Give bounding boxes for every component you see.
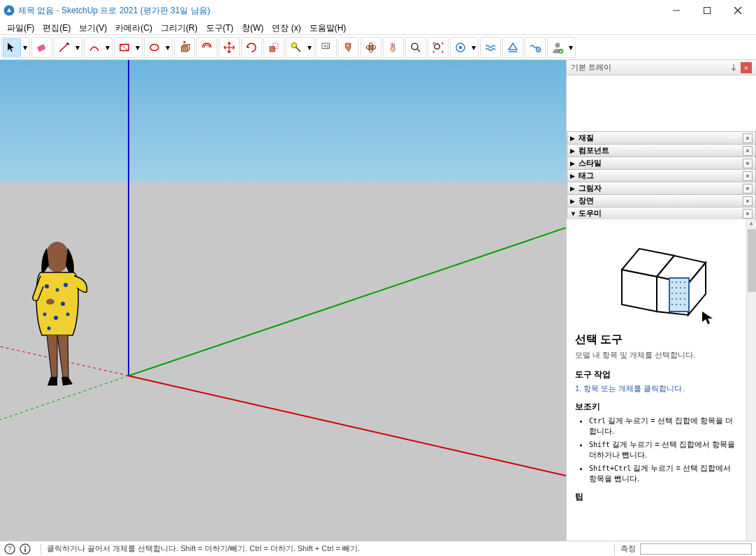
panel-materials-close[interactable]: × (743, 133, 753, 143)
tool-tape[interactable] (287, 38, 305, 57)
menu-help[interactable]: 도움말(H) (305, 21, 351, 34)
panel-components[interactable]: ▶컴포넌트× (567, 144, 756, 157)
tool-line-dropdown[interactable]: ▾ (74, 38, 81, 57)
svg-point-54 (680, 293, 681, 294)
tool-pushpull[interactable] (175, 38, 194, 57)
tool-rectangle-dropdown[interactable]: ▾ (134, 38, 141, 57)
panel-shadows-close[interactable]: × (743, 184, 753, 193)
info-icon[interactable] (20, 543, 31, 555)
statusbar: ? 클릭하거나 끌어서 개체를 선택합니다. Shift = 더하기/빼기. C… (0, 541, 756, 556)
tool-warehouse-dropdown[interactable]: ▾ (470, 38, 477, 57)
tool-circle-dropdown[interactable]: ▾ (164, 38, 171, 57)
svg-line-7 (120, 44, 129, 50)
svg-point-22 (459, 45, 463, 49)
menubar: 파일(F) 편집(E) 보기(V) 카메라(C) 그리기(R) 도구(T) 창(… (0, 21, 756, 35)
panel-components-close[interactable]: × (743, 146, 753, 156)
tool-pan[interactable] (384, 38, 402, 57)
tool-zoom-extents[interactable] (429, 38, 447, 57)
tool-select[interactable] (3, 38, 21, 57)
svg-point-41 (48, 327, 51, 330)
menu-camera[interactable]: 카메라(C) (111, 21, 157, 34)
tool-user[interactable] (548, 38, 567, 57)
tool-offset[interactable] (198, 38, 216, 57)
menu-view[interactable]: 보기(V) (75, 21, 111, 34)
instructor-illustration (587, 228, 727, 325)
panel-scenes-close[interactable]: × (743, 196, 753, 206)
tool-layout[interactable] (504, 38, 522, 57)
tool-text[interactable]: A1 (317, 38, 335, 57)
panel-styles-close[interactable]: × (743, 159, 753, 168)
svg-point-61 (676, 304, 677, 305)
viewport-3d[interactable] (0, 60, 566, 541)
minimize-button[interactable] (661, 0, 692, 21)
svg-point-51 (684, 287, 685, 288)
svg-rect-43 (669, 278, 689, 312)
tray-close-button[interactable]: × (741, 62, 752, 73)
panel-instructor-close[interactable]: × (743, 209, 753, 219)
tool-zoom[interactable] (407, 38, 425, 57)
svg-point-48 (671, 287, 673, 288)
svg-point-35 (64, 283, 68, 287)
panel-materials[interactable]: ▶재질× (567, 131, 756, 145)
panel-styles[interactable]: ▶스타일× (567, 156, 756, 170)
svg-point-44 (671, 281, 673, 283)
tool-arc-dropdown[interactable]: ▾ (104, 38, 111, 57)
panel-scenes[interactable]: ▶장면× (567, 194, 756, 207)
panel-tags[interactable]: ▶태그× (567, 169, 756, 182)
svg-point-33 (45, 284, 49, 288)
svg-point-40 (66, 313, 70, 316)
svg-point-62 (680, 304, 681, 305)
help-icon[interactable]: ? (4, 543, 15, 555)
tool-move[interactable] (220, 38, 238, 57)
svg-point-24 (537, 48, 539, 50)
tool-orbit[interactable] (362, 38, 380, 57)
svg-point-15 (369, 45, 373, 50)
maximize-button[interactable] (692, 0, 722, 21)
scale-figure[interactable] (22, 237, 99, 391)
panel-tags-close[interactable]: × (743, 171, 753, 181)
instructor-scrollbar-thumb[interactable] (748, 229, 756, 292)
tool-scale[interactable] (265, 38, 283, 57)
measure-input[interactable] (640, 543, 752, 555)
tool-tape-dropdown[interactable]: ▾ (306, 38, 313, 57)
tray-title: 기본 트레이 (571, 62, 727, 73)
svg-line-28 (129, 228, 566, 376)
tool-warehouse[interactable] (451, 38, 470, 57)
toolbar: ▾ ▾ ▾ ▾ ▾ ▾ A1 (0, 35, 756, 60)
tool-user-dropdown[interactable]: ▾ (567, 38, 574, 57)
menu-tools[interactable]: 도구(T) (202, 21, 238, 34)
tool-circle[interactable] (145, 38, 163, 57)
tray-pin-button[interactable] (728, 62, 739, 73)
svg-point-47 (684, 281, 685, 283)
svg-point-52 (671, 293, 673, 294)
instructor-content: 선택 도구 모델 내 항목 및 개체를 선택합니다. 도구 작업 1. 항목 또… (567, 219, 746, 541)
tool-eraser[interactable] (33, 38, 51, 57)
modkey-shiftctrl: Shift+Ctrl 길게 누르기 = 선택 집합에서 항목을 뺍니다. (589, 463, 738, 484)
tool-paint[interactable] (340, 38, 358, 57)
panel-instructor[interactable]: ▼도우미× (567, 207, 756, 220)
status-hint: 클릭하거나 끌어서 개체를 선택합니다. Shift = 더하기/빼기. Ctr… (47, 543, 609, 554)
tool-select-dropdown[interactable]: ▾ (22, 38, 29, 57)
instructor-scrollbar[interactable]: ▴ (746, 219, 756, 541)
tool-arc[interactable] (85, 38, 103, 57)
svg-point-20 (435, 43, 440, 49)
tool-rectangle[interactable] (115, 38, 133, 57)
svg-point-63 (684, 304, 685, 305)
tool-rotate[interactable] (242, 38, 261, 57)
menu-draw[interactable]: 그리기(R) (157, 21, 202, 34)
menu-window[interactable]: 창(W) (238, 21, 268, 34)
tool-extension-manager[interactable] (526, 38, 544, 57)
menu-extensions[interactable]: 연장 (x) (268, 21, 305, 34)
default-tray: 기본 트레이 × ▶재질× ▶컴포넌트× ▶스타일× ▶태그× ▶그림자× ▶장… (566, 60, 756, 541)
menu-file[interactable]: 파일(F) (3, 21, 38, 34)
tool-line[interactable] (55, 38, 73, 57)
close-button[interactable] (722, 0, 753, 21)
svg-point-56 (671, 298, 673, 300)
app-icon (3, 4, 15, 17)
panel-shadows[interactable]: ▶그림자× (567, 182, 756, 195)
svg-point-37 (61, 302, 65, 306)
svg-point-57 (676, 298, 677, 300)
menu-edit[interactable]: 편집(E) (38, 21, 75, 34)
tool-extension-warehouse[interactable] (481, 38, 500, 57)
svg-point-38 (43, 313, 47, 316)
